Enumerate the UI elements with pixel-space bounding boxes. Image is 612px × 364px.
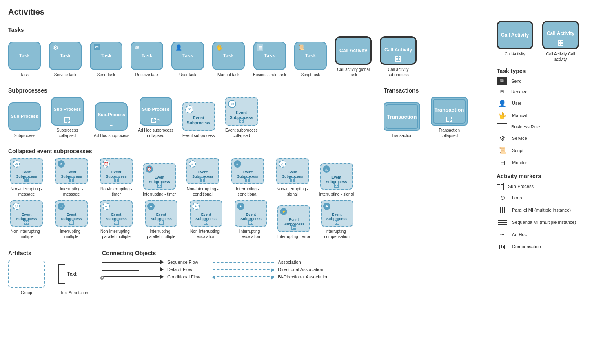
- item-non-int-multiple: ⬠ EventSubprocess Non-interrupting - mul…: [8, 200, 45, 239]
- loop-icon: ↻: [497, 193, 508, 202]
- timer-circle-filled: ⏰: [146, 165, 153, 173]
- service-task-shape[interactable]: ⚙ Task: [49, 42, 82, 70]
- item-call-activity-subprocess: Call Activity Call activity subprocess: [380, 36, 417, 77]
- transactions-row: Transaction Transaction Transaction: [384, 97, 481, 138]
- event-circle-envelope-filled: ✉: [228, 100, 236, 108]
- event-subprocess-collapsed-label: Event subprocess collapsed: [223, 128, 260, 138]
- artifacts-heading: Artifacts: [8, 250, 90, 256]
- call-activity-subprocess-shape[interactable]: Call Activity: [380, 36, 417, 65]
- non-int-message-shape[interactable]: ✉ EventSubprocess: [10, 158, 43, 184]
- grid-int-comp: [335, 220, 339, 225]
- int-multiple-shape[interactable]: ⬠ EventSubprocess: [55, 200, 88, 227]
- item-wrapper-2: Call Activity Call Activity Call activit…: [542, 21, 579, 62]
- subprocesses-section: Subprocesses Sub-Process Subprocess: [8, 82, 375, 138]
- conn-directional: Directional Association: [213, 267, 328, 272]
- task-label: Task: [20, 72, 29, 77]
- non-int-parallel-label: Non-interrupting - parallel multiple: [98, 229, 135, 239]
- adhoc-collapsed-text: Sub-Process: [142, 107, 169, 112]
- task-shape[interactable]: Task: [8, 42, 41, 70]
- int-timer-shape[interactable]: ⏰ EventSubprocess: [143, 163, 176, 190]
- adhoc-subprocess-shape[interactable]: Sub-Process ~: [95, 102, 128, 131]
- item-adhoc-subprocess: Sub-Process ~ Ad Hoc subprocess: [94, 102, 129, 138]
- non-int-parallel-shape[interactable]: + EventSubprocess: [100, 200, 133, 227]
- receive-icon: ✉: [135, 44, 139, 50]
- non-int-timer-shape[interactable]: ⏰ EventSubprocess: [100, 158, 133, 184]
- conn-sequence: Sequence Flow: [102, 260, 200, 265]
- comp-circle-filled: ⏮: [323, 203, 330, 210]
- conditional-line: [102, 276, 163, 277]
- manual-task-shape[interactable]: 🖐 Task: [212, 42, 245, 70]
- non-int-multiple-shape[interactable]: ⬠ EventSubprocess: [10, 200, 43, 227]
- transaction-collapsed-shape[interactable]: Transaction: [431, 97, 468, 126]
- transactions-heading: Transactions: [384, 87, 481, 94]
- non-int-conditional-shape[interactable]: ≡ EventSubprocess: [186, 158, 219, 184]
- int-signal-shape[interactable]: △ EventSubprocess: [320, 163, 353, 190]
- parallel-mi-label: Parallel MI (multiple instance): [512, 207, 571, 212]
- adhoc-collapsed-shape[interactable]: Sub-Process ~: [140, 97, 172, 126]
- annotation-text: Text: [67, 271, 77, 277]
- connecting-objects-heading: Connecting Objects: [102, 250, 481, 256]
- grid-marker-adhoc: [151, 118, 156, 123]
- item-transaction: Transaction Transaction: [384, 102, 420, 138]
- grid-non-int-timer: [114, 177, 119, 182]
- event-subprocess-shape[interactable]: ✉ EventSubprocess: [182, 102, 215, 131]
- conn-bidirectional: Bi-Directional Association: [213, 274, 328, 279]
- script-task-shape[interactable]: 📜 Task: [294, 42, 327, 70]
- subprocess-label: Subprocess: [14, 133, 35, 138]
- subprocess-shape[interactable]: Sub-Process: [8, 102, 41, 131]
- send-task-shape[interactable]: ✉ Task: [90, 42, 122, 70]
- collapsed-event-row2: ⬠ EventSubprocess Non-interrupting - mul…: [8, 200, 481, 239]
- non-int-signal-shape[interactable]: △ EventSubprocess: [276, 158, 309, 184]
- sequence-line: [102, 262, 163, 263]
- rp-call-act-1[interactable]: Call Activity: [497, 21, 533, 49]
- receive-task-shape[interactable]: ✉ Task: [131, 42, 163, 70]
- int-message-shape[interactable]: ✉ EventSubprocess: [55, 158, 88, 184]
- conn-conditional: Conditional Flow: [102, 274, 200, 279]
- rp-call-act-2[interactable]: Call Activity: [542, 21, 579, 49]
- item-script-task: 📜 Task Script task: [294, 42, 327, 77]
- event-subprocess-collapsed-shape[interactable]: ✉ EventSubprocess: [225, 97, 258, 126]
- user-task-shape[interactable]: 👤 Task: [171, 42, 204, 70]
- subprocess-collapsed-shape[interactable]: Sub-Process: [51, 97, 84, 126]
- default-arrow: [160, 267, 164, 271]
- item-int-timer: ⏰ EventSubprocess Interrupting - timer: [143, 163, 176, 197]
- task-label-inside: Task: [19, 53, 30, 59]
- service-task-label: Service task: [54, 72, 76, 77]
- task-types-heading: Task types: [497, 68, 604, 74]
- bottom-row: Artifacts Group Text Text Annotation: [8, 244, 481, 296]
- int-conditional-shape[interactable]: ≡ EventSubprocess: [231, 158, 264, 184]
- rp-grid-marker: [558, 40, 563, 46]
- parallel-mi-icon: [497, 205, 508, 214]
- int-compensation-shape[interactable]: ⏮ EventSubprocess: [321, 200, 353, 227]
- call-activity-global-shape[interactable]: Call Activity: [335, 36, 372, 65]
- item-task: Task Task: [8, 42, 41, 77]
- non-int-escalation-shape[interactable]: ▲ EventSubprocess: [190, 200, 222, 227]
- group-box[interactable]: [8, 260, 45, 288]
- grid-marker-call-activity: [395, 56, 401, 62]
- conditional-arrow: [160, 275, 164, 279]
- adhoc-icon: ~: [497, 230, 508, 239]
- adhoc-label: Ad Hoc: [512, 232, 527, 237]
- association-label: Association: [278, 260, 301, 265]
- int-parallel-shape[interactable]: + EventSubprocess: [145, 200, 177, 227]
- int-escalation-shape[interactable]: ▲ EventSubprocess: [235, 200, 267, 227]
- item-group: Group: [8, 260, 45, 296]
- manual-icon: 🖐: [216, 44, 223, 51]
- call-activity-global-label: Call Activity: [339, 48, 367, 53]
- non-int-timer-label: Non-interrupting - timer: [98, 186, 135, 197]
- msg-circle-filled: ✉: [58, 160, 65, 168]
- timer-circle-dashed: ⏰: [102, 160, 110, 168]
- subprocess-collapsed-text: Sub-Process: [53, 107, 81, 112]
- text-annotation-bracket: [58, 264, 65, 284]
- subprocess-marker-icon: [497, 183, 504, 190]
- item-event-subprocess-collapsed: ✉ EventSubprocess Event subprocess colla…: [223, 97, 260, 138]
- transaction-collapsed-label: Transaction collapsed: [431, 128, 468, 138]
- subprocess-collapsed-label: Subprocess collapsed: [49, 128, 86, 138]
- text-annotation-wrapper: Text: [58, 260, 91, 288]
- int-error-shape[interactable]: ⚡ EventSubprocess: [277, 205, 310, 232]
- directional-line: [213, 269, 274, 270]
- transaction-shape[interactable]: Transaction: [384, 102, 420, 131]
- script-task-label-inside: Task: [305, 53, 316, 59]
- business-rule-task-shape[interactable]: ▤ Task: [253, 42, 286, 70]
- conditional-label: Conditional Flow: [167, 274, 200, 279]
